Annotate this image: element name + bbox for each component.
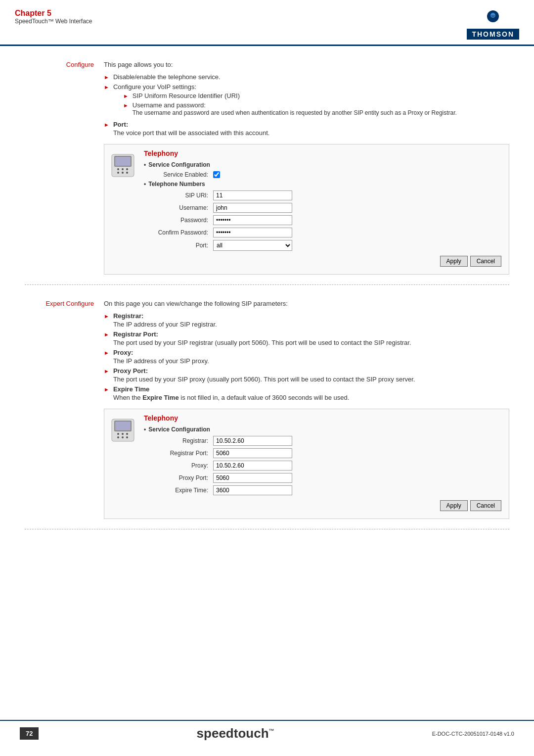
service-enabled-label: Service Enabled: bbox=[144, 171, 213, 178]
svg-point-7 bbox=[126, 168, 128, 170]
port-label: Port: bbox=[144, 242, 213, 249]
sub-arrow-1: ► bbox=[123, 93, 129, 99]
password-row: Password: bbox=[144, 215, 501, 225]
svg-point-6 bbox=[122, 168, 124, 170]
expert-configure-section: Expert Configure On this page you can vi… bbox=[25, 300, 509, 529]
proxy-port-label: Proxy Port: bbox=[144, 474, 213, 481]
speedtouch-logo: speedtouch™ bbox=[197, 726, 274, 741]
configure-section: Configure This page allows you to: ► Dis… bbox=[25, 61, 509, 285]
configure-label: Configure bbox=[25, 61, 104, 275]
expert-bullet-4: ► Proxy Port: The port used by your SIP … bbox=[104, 367, 509, 383]
expert-bullet-5: ► Expire Time When the Expire Time is no… bbox=[104, 385, 509, 401]
svg-point-17 bbox=[117, 436, 119, 438]
registrar-port-input[interactable] bbox=[213, 448, 292, 458]
configure-intro: This page allows you to: bbox=[104, 61, 509, 68]
telephony-title-1: Telephony bbox=[144, 149, 501, 157]
bullet-text-1: Disable/enable the telephone service. bbox=[113, 73, 221, 81]
svg-rect-4 bbox=[115, 157, 131, 166]
registrar-port-label: Registrar Port: bbox=[144, 450, 213, 457]
thomson-text: THOMSON bbox=[467, 29, 519, 40]
svg-point-19 bbox=[126, 436, 128, 438]
form-buttons-2: Apply Cancel bbox=[144, 500, 501, 511]
thomson-logo-icon bbox=[483, 9, 503, 29]
expert-arrow-5: ► bbox=[104, 386, 109, 392]
telephone-numbers-title: Telephone Numbers bbox=[144, 181, 501, 188]
expert-bullet-3: ► Proxy: The IP address of your SIP prox… bbox=[104, 349, 509, 365]
proxy-label: Proxy: bbox=[144, 462, 213, 469]
svg-point-18 bbox=[122, 436, 124, 438]
expert-arrow-2: ► bbox=[104, 331, 109, 337]
sub-bullet-2: ► Username and password: The username an… bbox=[123, 101, 457, 116]
expert-bullets: ► Registrar: The IP address of your SIP … bbox=[104, 312, 509, 401]
svg-point-10 bbox=[126, 172, 128, 174]
sub-bullets: ► SIP Uniform Resource Identifier (URI) … bbox=[113, 92, 457, 116]
confirm-password-input[interactable] bbox=[213, 228, 292, 237]
sub-text-1: SIP Uniform Resource Identifier (URI) bbox=[133, 92, 240, 99]
telephony-title-2: Telephony bbox=[144, 414, 501, 422]
telephony-panel-2: Telephony Service Configuration Registra… bbox=[104, 409, 509, 519]
service-enabled-checkbox[interactable] bbox=[213, 171, 220, 178]
password-label: Password: bbox=[144, 217, 213, 224]
phone-icon-1 bbox=[109, 152, 136, 179]
username-row: Username: bbox=[144, 203, 501, 213]
apply-button-2[interactable]: Apply bbox=[440, 500, 468, 511]
telephony-form-1: Telephony Service Configuration Service … bbox=[144, 149, 501, 267]
bullet-arrow-2: ► bbox=[104, 84, 109, 90]
proxy-input[interactable] bbox=[213, 461, 292, 471]
sub-arrow-2: ► bbox=[123, 102, 129, 108]
proxy-row: Proxy: bbox=[144, 461, 501, 471]
bullet-arrow-1: ► bbox=[104, 74, 109, 80]
sip-uri-input[interactable] bbox=[213, 190, 292, 200]
svg-point-5 bbox=[117, 168, 119, 170]
apply-button-1[interactable]: Apply bbox=[440, 256, 468, 267]
svg-point-14 bbox=[117, 433, 119, 435]
expert-arrow-4: ► bbox=[104, 368, 109, 374]
proxy-port-detail: The port used by your SIP proxy (usually… bbox=[113, 376, 415, 383]
service-config-title-1: Service Configuration bbox=[144, 161, 501, 168]
expert-arrow-3: ► bbox=[104, 350, 109, 356]
username-input[interactable] bbox=[213, 203, 292, 213]
cancel-button-2[interactable]: Cancel bbox=[470, 500, 501, 511]
expert-configure-content: On this page you can view/change the fol… bbox=[104, 300, 509, 519]
expert-arrow-1: ► bbox=[104, 313, 109, 319]
proxy-port-input[interactable] bbox=[213, 473, 292, 483]
expire-time-label: Expire Time: bbox=[144, 487, 213, 494]
expert-text-4: Proxy Port: The port used by your SIP pr… bbox=[113, 367, 415, 383]
registrar-input[interactable] bbox=[213, 436, 292, 446]
expert-intro: On this page you can view/change the fol… bbox=[104, 300, 509, 307]
expire-time-input[interactable] bbox=[213, 485, 292, 495]
telephony-panel-1: Telephony Service Configuration Service … bbox=[104, 144, 509, 275]
sip-uri-label: SIP URI: bbox=[144, 192, 213, 199]
expire-detail: When the Expire Time is not filled in, a… bbox=[113, 394, 349, 401]
bullet-item-1: ► Disable/enable the telephone service. bbox=[104, 73, 509, 81]
registrar-label: Registrar: bbox=[144, 437, 213, 444]
svg-point-16 bbox=[126, 433, 128, 435]
logo-tm: ™ bbox=[269, 728, 274, 734]
doc-ref: E-DOC-CTC-20051017-0148 v1.0 bbox=[432, 731, 514, 737]
password-input[interactable] bbox=[213, 215, 292, 225]
bullet-item-2: ► Configure your VoIP settings: ► SIP Un… bbox=[104, 83, 509, 118]
service-config-title-2: Service Configuration bbox=[144, 426, 501, 433]
service-enabled-row: Service Enabled: bbox=[144, 171, 501, 178]
cancel-button-1[interactable]: Cancel bbox=[470, 256, 501, 267]
chapter-title: Chapter 5 bbox=[15, 9, 92, 18]
header-left: Chapter 5 SpeedTouch™ Web Interface bbox=[15, 9, 92, 25]
expert-bullet-2: ► Registrar Port: The port used by your … bbox=[104, 331, 509, 346]
sub-text-2: Username and password: The username and … bbox=[133, 101, 457, 116]
port-select[interactable]: all phone1 phone2 bbox=[213, 240, 292, 251]
page-number: 72 bbox=[20, 727, 39, 740]
bullet-text-3: Port: The voice port that will be associ… bbox=[113, 121, 270, 137]
expert-configure-label: Expert Configure bbox=[25, 300, 104, 519]
bullet-item-3: ► Port: The voice port that will be asso… bbox=[104, 121, 509, 137]
logo-normal: speed bbox=[197, 726, 234, 741]
proxy-detail: The IP address of your SIP proxy. bbox=[113, 357, 209, 365]
main-content: Configure This page allows you to: ► Dis… bbox=[0, 46, 534, 559]
username-label: Username: bbox=[144, 204, 213, 211]
bullet-text-2: Configure your VoIP settings: ► SIP Unif… bbox=[113, 83, 457, 118]
svg-rect-13 bbox=[115, 422, 131, 430]
chapter-subtitle: SpeedTouch™ Web Interface bbox=[15, 18, 92, 25]
expire-time-row: Expire Time: bbox=[144, 485, 501, 495]
expert-text-1: Registrar: The IP address of your SIP re… bbox=[113, 312, 217, 328]
sip-uri-row: SIP URI: bbox=[144, 190, 501, 200]
registrar-port-row: Registrar Port: bbox=[144, 448, 501, 458]
